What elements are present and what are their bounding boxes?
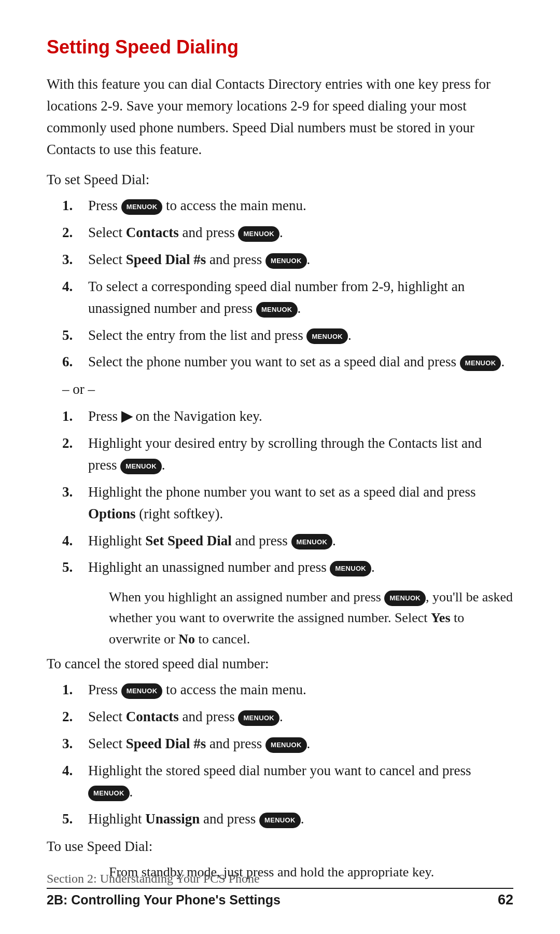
step-number: 1. <box>62 195 73 217</box>
menu-ok-button-3: MENUOK <box>265 253 307 269</box>
step-number: 5. <box>62 325 73 347</box>
list-item: 1. Press MENUOK to access the main menu. <box>62 679 513 701</box>
menu-ok-button-c2: MENUOK <box>238 710 279 726</box>
set-steps-a-list: 1. Press MENUOK to access the main menu.… <box>62 195 513 373</box>
list-item: 4. Highlight Set Speed Dial and press ME… <box>62 530 513 552</box>
list-item: 2. Select Contacts and press MENUOK. <box>62 706 513 728</box>
menu-ok-button-4: MENUOK <box>256 302 298 318</box>
list-item: 3. Select Speed Dial #s and press MENUOK… <box>62 733 513 755</box>
step-number: 1. <box>62 406 73 428</box>
step-number: 2. <box>62 222 73 244</box>
intro-paragraph: With this feature you can dial Contacts … <box>47 74 513 160</box>
page-footer: Section 2: Understanding Your PCS Phone … <box>47 872 513 908</box>
menu-ok-button-c1: MENUOK <box>121 683 163 699</box>
to-set-label: To set Speed Dial: <box>47 172 513 188</box>
bold-text: Unassign <box>145 811 200 827</box>
bold-text: Contacts <box>126 709 179 724</box>
set-steps-b-list: 1. Press ▶ on the Navigation key. 2. Hig… <box>62 406 513 579</box>
step-number: 6. <box>62 351 73 373</box>
step-number: 4. <box>62 760 73 782</box>
step-number: 4. <box>62 276 73 298</box>
list-item: 5. Highlight an unassigned number and pr… <box>62 557 513 579</box>
to-use-label: To use Speed Dial: <box>47 839 513 855</box>
bold-text: Speed Dial #s <box>126 736 206 751</box>
footer-bottom-bar: 2B: Controlling Your Phone's Settings 62 <box>47 888 513 908</box>
menu-ok-button-1: MENUOK <box>121 199 163 215</box>
to-cancel-label: To cancel the stored speed dial number: <box>47 656 513 672</box>
menu-ok-button-2: MENUOK <box>238 226 279 242</box>
menu-ok-button-b4: MENUOK <box>291 534 333 550</box>
list-item: 3. Select Speed Dial #s and press MENUOK… <box>62 249 513 271</box>
list-item: 5. Select the entry from the list and pr… <box>62 325 513 347</box>
cancel-steps-list: 1. Press MENUOK to access the main menu.… <box>62 679 513 830</box>
bold-text: Options <box>88 506 136 521</box>
page-title: Setting Speed Dialing <box>47 36 513 58</box>
step-number: 5. <box>62 557 73 579</box>
list-item: 1. Press ▶ on the Navigation key. <box>62 406 513 428</box>
indent-note: When you highlight an assigned number an… <box>109 587 513 650</box>
step-number: 2. <box>62 433 73 455</box>
menu-ok-button-b5: MENUOK <box>330 561 371 576</box>
step-number: 2. <box>62 706 73 728</box>
bold-text: Speed Dial #s <box>126 252 206 267</box>
list-item: 6. Select the phone number you want to s… <box>62 351 513 373</box>
menu-ok-button-c3: MENUOK <box>265 737 307 753</box>
list-item: 1. Press MENUOK to access the main menu. <box>62 195 513 217</box>
or-separator: – or – <box>62 381 513 397</box>
step-number: 3. <box>62 733 73 755</box>
list-item: 4. To select a corresponding speed dial … <box>62 276 513 320</box>
bold-text: Contacts <box>126 225 179 240</box>
list-item: 2. Highlight your desired entry by scrol… <box>62 433 513 476</box>
bold-text: Set Speed Dial <box>145 533 232 548</box>
menu-ok-button-c4: MENUOK <box>88 786 130 801</box>
footer-section-title: 2B: Controlling Your Phone's Settings <box>47 892 281 908</box>
footer-page-number: 62 <box>498 892 513 908</box>
menu-ok-button-6: MENUOK <box>460 355 501 371</box>
menu-ok-button-5: MENUOK <box>306 328 348 344</box>
menu-ok-button-c5: MENUOK <box>259 813 301 828</box>
step-number: 4. <box>62 530 73 552</box>
step-number: 3. <box>62 482 73 503</box>
bold-yes: Yes <box>431 610 451 625</box>
list-item: 5. Highlight Unassign and press MENUOK. <box>62 808 513 830</box>
menu-ok-button-b2: MENUOK <box>120 459 162 474</box>
list-item: 4. Highlight the stored speed dial numbe… <box>62 760 513 804</box>
page-container: Setting Speed Dialing With this feature … <box>0 0 560 930</box>
footer-section-line: Section 2: Understanding Your PCS Phone <box>47 872 513 886</box>
bold-no: No <box>178 631 195 647</box>
list-item: 2. Select Contacts and press MENUOK. <box>62 222 513 244</box>
step-number: 5. <box>62 808 73 830</box>
menu-ok-button-note: MENUOK <box>384 590 426 606</box>
list-item: 3. Highlight the phone number you want t… <box>62 482 513 525</box>
step-number: 3. <box>62 249 73 271</box>
step-number: 1. <box>62 679 73 701</box>
nav-arrow: ▶ <box>121 408 132 424</box>
